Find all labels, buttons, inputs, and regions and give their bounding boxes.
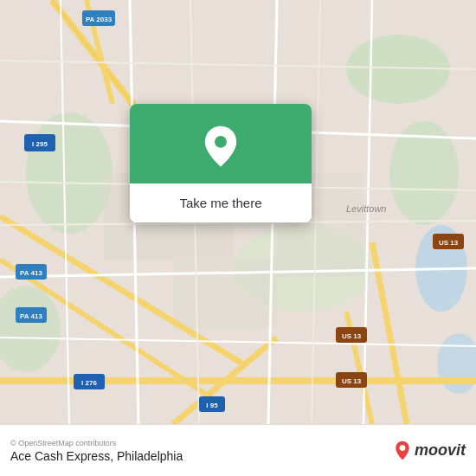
svg-text:US 13: US 13 [342,332,362,340]
svg-text:US 13: US 13 [439,239,459,247]
bottom-info: © OpenStreetMap contributors Ace Cash Ex… [10,439,183,463]
location-title: Ace Cash Express, Philadelphia [10,449,183,463]
moovit-brand-text: moovit [415,441,466,460]
svg-text:I 276: I 276 [81,379,97,387]
popup-card: Take me there [130,104,312,222]
moovit-pin-icon [394,441,411,461]
map-attribution: © OpenStreetMap contributors [10,439,183,447]
bottom-bar: © OpenStreetMap contributors Ace Cash Ex… [0,424,476,476]
svg-rect-9 [173,260,277,329]
svg-text:Levittown: Levittown [346,203,386,214]
svg-text:I 295: I 295 [32,140,48,148]
svg-point-4 [26,113,113,234]
svg-text:I 95: I 95 [206,402,218,409]
svg-text:PA 2033: PA 2033 [86,16,113,23]
svg-text:US 13: US 13 [342,377,362,385]
svg-text:PA 413: PA 413 [20,312,42,320]
map-container[interactable]: I 295 PA 2033 PA 413 PA 413 I 276 I 95 U… [0,0,476,424]
svg-text:PA 413: PA 413 [20,269,42,277]
location-pin-icon [198,125,243,170]
svg-point-51 [215,136,227,148]
take-me-there-button[interactable]: Take me there [130,183,312,222]
svg-point-52 [400,445,406,451]
popup-green-area [130,104,312,183]
moovit-logo: moovit [394,441,466,461]
